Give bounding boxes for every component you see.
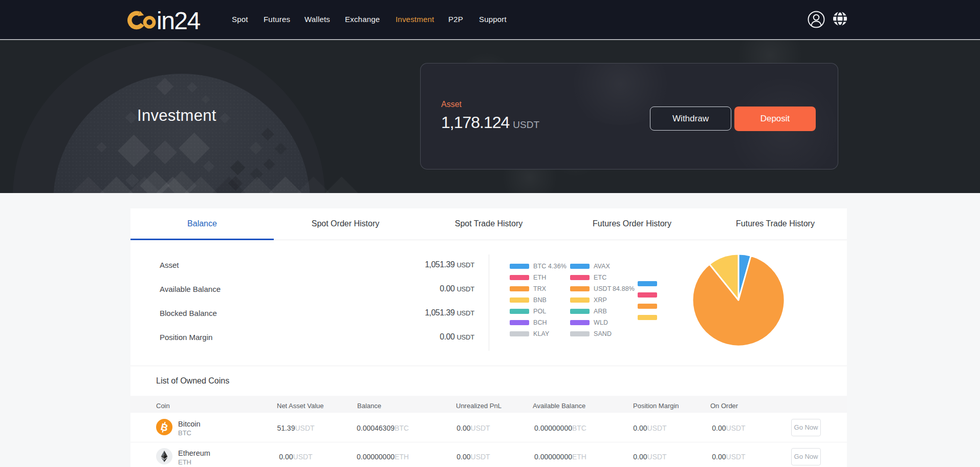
svg-text:in24: in24 — [157, 7, 201, 34]
